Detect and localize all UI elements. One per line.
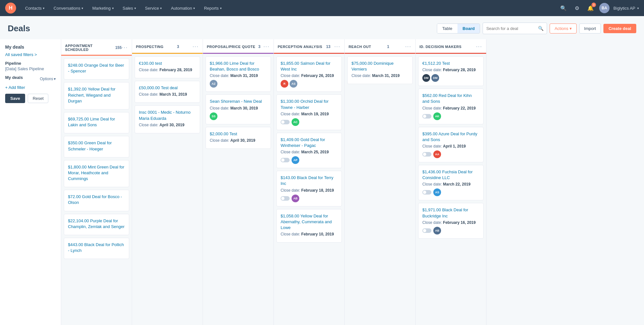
- deal-card[interactable]: $143.00 Black Deal for Terry Inc Close d…: [276, 171, 342, 206]
- chevron-down-icon: ▾: [82, 6, 83, 10]
- deal-card[interactable]: $443.00 Black Deal for Pollich - Lynch: [64, 238, 129, 259]
- main-layout: My deals All saved filters > Pipeline [D…: [0, 39, 644, 325]
- deal-avatar: AA: [433, 150, 441, 158]
- column-menu-dots[interactable]: ···: [334, 44, 341, 50]
- deal-card[interactable]: $248.00 Orange Deal for Beer - Spencer: [64, 58, 129, 80]
- column-cards-prospecting: €100.00 test Close date: February 28, 20…: [132, 54, 203, 325]
- deal-avatar: DM: [422, 74, 430, 82]
- column-cards-appointment: $248.00 Orange Deal for Beer - Spencer $…: [61, 56, 132, 325]
- toggle-off-icon: [281, 196, 290, 201]
- column-menu-dots[interactable]: ···: [193, 44, 199, 50]
- save-filter-button[interactable]: Save: [5, 94, 25, 103]
- toggle-off-icon: [422, 190, 431, 195]
- column-header-proposal: PROPOSAL/PRICE QUOTE 3 ···: [203, 39, 274, 54]
- search-deal-input[interactable]: [486, 26, 536, 31]
- deal-card[interactable]: $1,436.00 Fuchsia Deal for Considine LLC…: [418, 165, 484, 200]
- deal-card[interactable]: $1,966.00 Lime Deal for Beahan, Bosco an…: [206, 56, 271, 92]
- pipeline-label: Pipeline: [5, 61, 56, 66]
- nav-conversations[interactable]: Conversations ▾: [50, 4, 87, 13]
- column-cards-decision: €1,512.20 Test Close date: February 28, …: [416, 54, 486, 325]
- column-reach-out: REACH OUT 1 ··· $75,000.00 Dominique Ver…: [345, 39, 416, 325]
- deal-card[interactable]: $69,725.00 Lime Deal for Lakin and Sons: [64, 112, 129, 133]
- column-header-perception: PERCEPTION ANALYSIS 13 ···: [274, 39, 344, 54]
- nav-service[interactable]: Service ▾: [141, 4, 166, 13]
- settings-icon[interactable]: ⚙: [572, 3, 582, 13]
- chevron-down-icon: ▾: [220, 6, 222, 10]
- notification-badge: 3: [591, 3, 596, 7]
- nav-contacts[interactable]: Contacts ▾: [21, 4, 48, 13]
- deal-card[interactable]: $75,000.00 Dominique Verniers Close date…: [347, 56, 413, 84]
- deal-card[interactable]: $1,409.00 Gold Deal for Wintheiser - Pag…: [276, 133, 342, 168]
- deal-card[interactable]: $1,855.00 Salmon Deal for West Inc Close…: [276, 56, 342, 92]
- sidebar: My deals All saved filters > Pipeline [D…: [0, 39, 61, 325]
- chevron-down-icon: ▾: [160, 6, 162, 10]
- topnav-right-section: 🔍 ⚙ 🔔 3 BA Biglytics AP ▾: [559, 3, 639, 13]
- chevron-down-icon: ▾: [193, 6, 195, 10]
- deal-avatar: AB: [292, 195, 299, 202]
- board-view-button[interactable]: Board: [457, 24, 480, 33]
- deal-card[interactable]: $1,800.00 Mint Green Deal for Morar, Hea…: [64, 160, 129, 187]
- my-deals-row: My deals Options ▾: [5, 75, 56, 82]
- column-appointment-scheduled: APPOINTMENT SCHEDULED 155 ··· $248.00 Or…: [61, 39, 132, 325]
- reset-filter-button[interactable]: Reset: [28, 94, 48, 103]
- top-navigation: H Contacts ▾ Conversations ▾ Marketing ▾…: [0, 0, 644, 16]
- column-id-decision-makers: ID. DECISION MAKERS ··· €1,512.20 Test C…: [416, 39, 486, 325]
- filter-actions: Save Reset: [5, 94, 56, 103]
- deal-card[interactable]: $72.00 Gold Deal for Bosco - Olson: [64, 190, 129, 211]
- search-icon[interactable]: 🔍: [559, 3, 568, 13]
- toggle-off-icon: [422, 228, 431, 233]
- chevron-down-icon: ▾: [134, 6, 136, 10]
- deal-card[interactable]: $395.00 Azure Deal for Purdy and Sons Cl…: [418, 127, 484, 162]
- search-deal-box: 🔍: [483, 23, 547, 34]
- chevron-down-icon: ▾: [54, 77, 56, 81]
- user-menu[interactable]: Biglytics AP ▾: [613, 6, 639, 11]
- deal-card[interactable]: $1,330.00 Orchid Deal for Towne - Harber…: [276, 94, 342, 130]
- nav-reports[interactable]: Reports ▾: [200, 4, 226, 13]
- deal-card[interactable]: Insc 0001 - Medic - Noturno Maria Eduard…: [135, 105, 200, 133]
- column-menu-dots[interactable]: ···: [264, 44, 270, 50]
- deal-card[interactable]: $1,392.00 Yellow Deal for Reichert, Wieg…: [64, 82, 129, 110]
- column-proposal-price-quote: PROPOSAL/PRICE QUOTE 3 ··· $1,966.00 Lim…: [203, 39, 274, 325]
- deal-card[interactable]: €100.00 test Close date: February 28, 20…: [135, 56, 200, 78]
- deal-card[interactable]: Sean Shoreman - New Deal Close date: Mar…: [206, 94, 271, 124]
- deal-avatar: AS: [290, 80, 297, 88]
- deal-avatar: AC: [292, 118, 299, 126]
- actions-button[interactable]: Actions ▾: [550, 24, 577, 33]
- column-header-reachout: REACH OUT 1 ···: [345, 39, 415, 54]
- column-header-prospecting: PROSPECTING 3 ···: [132, 39, 203, 54]
- search-icon: 🔍: [538, 26, 543, 31]
- board-columns: APPOINTMENT SCHEDULED 155 ··· $248.00 Or…: [61, 39, 486, 325]
- user-avatar[interactable]: BA: [599, 3, 610, 13]
- deal-avatar: AS: [433, 188, 441, 196]
- board-area: APPOINTMENT SCHEDULED 155 ··· $248.00 Or…: [61, 39, 644, 325]
- deal-card[interactable]: $350.00 Green Deal for Schmeler - Hoeger: [64, 136, 129, 157]
- options-button[interactable]: Options ▾: [40, 77, 56, 81]
- add-filter-link[interactable]: + Add filter: [5, 85, 56, 90]
- notifications-icon[interactable]: 🔔 3: [586, 3, 595, 13]
- chevron-down-icon: ▾: [637, 6, 639, 10]
- deal-card[interactable]: $2,000.00 Test Close date: April 30, 201…: [206, 127, 271, 149]
- all-saved-filters-link[interactable]: All saved filters >: [5, 52, 56, 57]
- column-cards-perception: $1,855.00 Salmon Deal for West Inc Close…: [274, 54, 344, 325]
- column-menu-dots[interactable]: ···: [476, 44, 482, 50]
- nav-automation[interactable]: Automation ▾: [167, 4, 199, 13]
- deal-card[interactable]: £50,000.00 Test deal Close date: March 3…: [135, 81, 200, 103]
- hubspot-logo[interactable]: H: [5, 3, 16, 14]
- create-deal-button[interactable]: Create deal: [603, 24, 636, 33]
- nav-marketing[interactable]: Marketing ▾: [88, 4, 117, 13]
- deal-card[interactable]: $1,971.00 Black Deal for Buckridge Inc C…: [418, 203, 484, 238]
- deal-card[interactable]: $22,104.00 Purple Deal for Champlin, Zem…: [64, 214, 129, 235]
- page-title: Deals: [8, 24, 30, 33]
- nav-sales[interactable]: Sales ▾: [119, 4, 140, 13]
- column-menu-dots[interactable]: ···: [405, 44, 411, 50]
- column-cards-reachout: $75,000.00 Dominique Verniers Close date…: [345, 54, 415, 325]
- deal-avatar: SS: [210, 112, 217, 120]
- deal-card[interactable]: $1,058.00 Yellow Deal for Abernathy, Cum…: [276, 209, 342, 243]
- column-menu-dots[interactable]: ···: [122, 45, 128, 51]
- deal-avatar: R: [281, 80, 288, 88]
- table-view-button[interactable]: Table: [437, 24, 457, 33]
- import-button[interactable]: Import: [579, 24, 601, 33]
- deal-card[interactable]: €1,512.20 Test Close date: February 28, …: [418, 56, 484, 86]
- deal-card[interactable]: $562.00 Red Deal for Kihn and Sons Close…: [418, 89, 484, 124]
- column-prospecting: PROSPECTING 3 ··· €100.00 test Close dat…: [132, 39, 203, 325]
